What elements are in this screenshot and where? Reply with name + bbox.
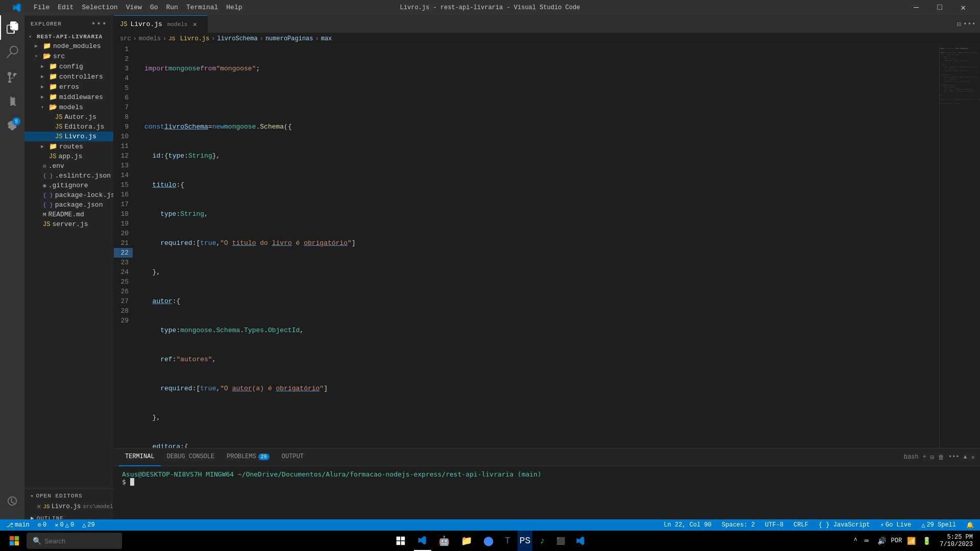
tree-env[interactable]: ⚙ .env <box>24 161 113 171</box>
statusbar-encoding[interactable]: UTF-8 <box>763 519 786 531</box>
activity-extensions[interactable]: 5 <box>0 113 24 138</box>
tab-close-button[interactable]: ✕ <box>192 20 197 29</box>
tree-controllers[interactable]: ▶ 📁 controllers <box>24 71 113 82</box>
statusbar-sync[interactable]: ⊙ 0 <box>36 519 48 531</box>
maximize-button[interactable]: □ <box>928 0 951 15</box>
menu-file[interactable]: File <box>30 0 54 15</box>
tree-config[interactable]: ▶ 📁 config <box>24 61 113 71</box>
tree-middlewares[interactable]: ▶ 📁 middlewares <box>24 92 113 102</box>
close-icon[interactable]: ✕ <box>37 502 41 511</box>
minimize-button[interactable]: — <box>904 0 928 15</box>
breadcrumb-schema[interactable]: livroSchema <box>217 35 257 42</box>
tree-src[interactable]: ▾ 📂 src <box>24 51 113 61</box>
close-button[interactable]: ✕ <box>951 0 975 15</box>
statusbar-spell[interactable]: △ 29 Spell <box>919 519 958 531</box>
taskbar-vscode2[interactable] <box>572 531 590 551</box>
tree-gitignore[interactable]: ◉ .gitignore <box>24 181 113 190</box>
menu-go[interactable]: Go <box>146 0 162 15</box>
statusbar-spaces[interactable]: Spaces: 2 <box>720 519 757 531</box>
tree-package-json[interactable]: { } package.json <box>24 200 113 210</box>
tab-problems[interactable]: PROBLEMS 29 <box>220 448 276 466</box>
tree-eslint[interactable]: { } .eslintrc.json <box>24 171 113 181</box>
tray-volume-icon[interactable]: 🔊 <box>876 535 888 547</box>
activity-remote[interactable] <box>0 489 24 513</box>
sync-count: 0 <box>43 521 46 529</box>
kill-terminal-icon[interactable]: 🗑 <box>938 454 944 461</box>
tray-expand-icon[interactable]: ^ <box>853 537 857 544</box>
tree-routes[interactable]: ▶ 📁 routes <box>24 141 113 152</box>
tree-readme[interactable]: M README.md <box>24 210 113 219</box>
taskbar-teams[interactable]: T <box>501 531 514 551</box>
tab-livro[interactable]: JS Livro.js models ✕ <box>114 15 208 33</box>
task-view-button[interactable] <box>390 531 411 551</box>
time-widget[interactable]: 5:25 PM 7/10/2023 <box>937 533 976 549</box>
sidebar-options[interactable]: ••• <box>91 19 107 29</box>
menu-terminal[interactable]: Terminal <box>182 0 222 15</box>
more-terminal-icon[interactable]: ••• <box>948 454 960 461</box>
tab-output[interactable]: OUTPUT <box>276 448 310 466</box>
statusbar-branch[interactable]: ⎇ main <box>4 519 32 531</box>
tree-arrow: ▶ <box>35 43 43 49</box>
tree-livro[interactable]: JS Livro.js <box>24 132 113 141</box>
tray-network-icon[interactable]: 📶 <box>905 535 917 547</box>
taskbar-copilot[interactable]: 🤖 <box>434 531 454 551</box>
activity-explorer[interactable] <box>0 15 24 40</box>
tab-debug-console[interactable]: DEBUG CONSOLE <box>161 448 221 466</box>
tray-battery-icon[interactable]: 🔋 <box>920 535 933 547</box>
statusbar-language[interactable]: { } JavaScript <box>817 519 872 531</box>
taskbar-vscode[interactable] <box>414 531 431 551</box>
close-terminal-icon[interactable]: ✕ <box>971 454 975 461</box>
tree-serverjs[interactable]: JS server.js <box>24 219 113 229</box>
menu-run[interactable]: Run <box>162 0 182 15</box>
tree-editora[interactable]: JS Editora.js <box>24 122 113 132</box>
search-input[interactable] <box>44 537 116 545</box>
tree-autor[interactable]: JS Autor.js <box>24 112 113 122</box>
statusbar-position[interactable]: Ln 22, Col 90 <box>662 519 714 531</box>
statusbar-eol[interactable]: CRLF <box>792 519 811 531</box>
activity-git[interactable] <box>0 64 24 89</box>
breadcrumb-numpages[interactable]: numeroPaginas <box>265 35 313 42</box>
menu-edit[interactable]: Edit <box>54 0 78 15</box>
split-editor-icon[interactable]: ⊟ <box>957 20 961 29</box>
sidebar: Explorer ••• ▾ REST-API-LIVRARIA ▶ 📁 nod… <box>24 15 114 540</box>
activity-search[interactable] <box>0 40 24 64</box>
breadcrumb-models[interactable]: models <box>139 35 161 42</box>
menu-help[interactable]: Help <box>222 0 246 15</box>
statusbar-errors[interactable]: ✕ 0 △ 0 <box>53 519 76 531</box>
statusbar-golive[interactable]: ⚡ Go Live <box>878 519 914 531</box>
open-editor-livro[interactable]: ✕ JS Livro.js src\models <box>24 501 113 512</box>
warning-icon: △ <box>65 521 69 529</box>
taskbar-terminal[interactable]: PS <box>518 531 533 551</box>
open-editors-header[interactable]: ▾ OPEN EDITORS <box>24 491 113 501</box>
tree-item-label: middlewares <box>59 93 103 101</box>
menu-selection[interactable]: Selection <box>78 0 121 15</box>
tree-package-lock[interactable]: { } package-lock.json <box>24 190 113 200</box>
statusbar-problems-count[interactable]: △ 29 <box>80 519 97 531</box>
tree-node-modules[interactable]: ▶ 📁 node_modules <box>24 41 113 51</box>
tray-language[interactable]: POR <box>891 537 902 544</box>
taskbar-chrome[interactable]: ⬤ <box>479 531 498 551</box>
menu-view[interactable]: View <box>122 0 146 15</box>
more-actions-icon[interactable]: ••• <box>963 20 976 28</box>
tree-appjs[interactable]: JS app.js <box>24 152 113 161</box>
taskbar-powershell[interactable]: ⬛ <box>552 531 569 551</box>
taskbar-explorer[interactable]: 📁 <box>457 531 476 551</box>
new-terminal-icon[interactable]: + <box>923 454 926 461</box>
tray-keyboard-icon[interactable]: ⌨ <box>861 535 873 547</box>
tree-erros[interactable]: ▶ 📁 erros <box>24 82 113 92</box>
statusbar-notifications[interactable]: 🔔 <box>964 519 976 531</box>
breadcrumb-src[interactable]: src <box>120 35 131 42</box>
code-content[interactable]: import mongoose from "mongoose"; const l… <box>137 44 939 448</box>
tab-terminal[interactable]: TERMINAL <box>119 448 161 466</box>
activity-debug[interactable] <box>0 89 24 113</box>
split-terminal-icon[interactable]: ⊟ <box>930 454 934 461</box>
tree-root[interactable]: ▾ REST-API-LIVRARIA <box>24 33 113 41</box>
breadcrumb-max[interactable]: max <box>321 35 332 42</box>
breadcrumb-livro[interactable]: JS Livro.js <box>168 35 209 42</box>
start-button[interactable] <box>4 531 24 551</box>
maximize-terminal-icon[interactable]: ▲ <box>964 454 967 461</box>
tree-item-label: controllers <box>59 73 103 81</box>
taskbar-spotify[interactable]: ♪ <box>535 531 549 551</box>
tree-models[interactable]: ▾ 📂 models <box>24 102 113 112</box>
search-box[interactable]: 🔍 <box>27 533 122 549</box>
